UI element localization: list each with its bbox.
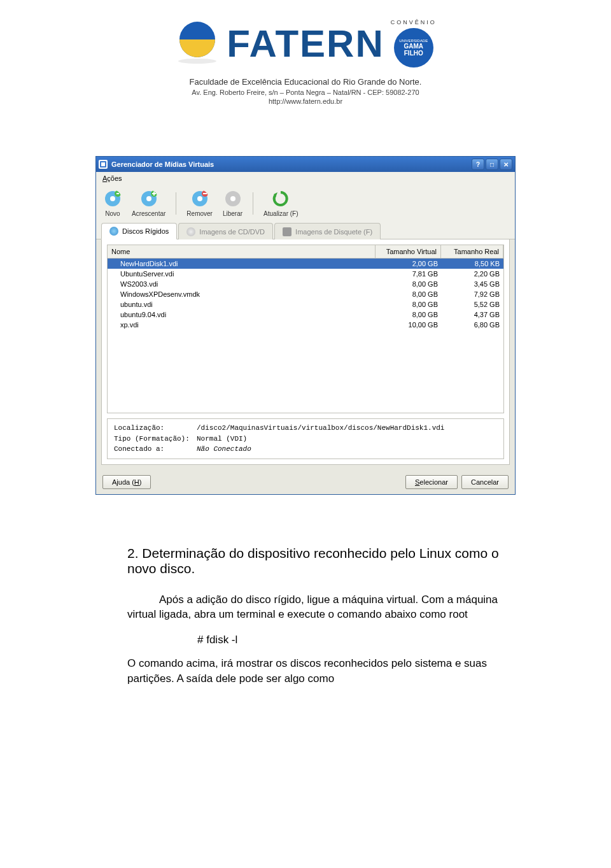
detail-type-label: Tipo (Formatação): <box>114 434 197 445</box>
detail-connected-label: Conectado a: <box>114 444 197 455</box>
list-body: NewHardDisk1.vdi2,00 GB8,50 KBUbuntuServ… <box>108 259 503 330</box>
paragraph-2: O comando acima, irá mostrar os discos r… <box>127 656 522 687</box>
tab-content: Nome Tamanho Virtual Tamanho Real NewHar… <box>101 239 510 465</box>
select-button[interactable]: Selecionar <box>405 475 458 489</box>
svg-point-1 <box>178 59 216 64</box>
novo-button[interactable]: Novo <box>104 190 122 217</box>
svg-point-16 <box>230 196 235 201</box>
row-virtual-size: 8,00 GB <box>377 290 442 299</box>
row-virtual-size: 2,00 GB <box>377 259 442 268</box>
detail-type-value: Normal (VDI) <box>197 434 247 445</box>
header-subtitle: Faculdade de Excelência Educacional do R… <box>0 77 611 87</box>
media-manager-window: Gerenciador de Mídias Virtuais ? □ ✕ Açõ… <box>95 156 516 495</box>
row-real-size: 2,20 GB <box>442 269 503 278</box>
window-title: Gerenciador de Mídias Virtuais <box>111 160 468 168</box>
list-row[interactable]: NewHardDisk1.vdi2,00 GB8,50 KB <box>108 259 503 269</box>
virtualbox-screenshot: Gerenciador de Mídias Virtuais ? □ ✕ Açõ… <box>95 156 516 495</box>
list-row[interactable]: ubuntu9.04.vdi8,00 GB4,37 GB <box>108 309 503 320</box>
col-virtual-size-header[interactable]: Tamanho Virtual <box>376 245 441 258</box>
new-disk-icon <box>104 190 122 208</box>
row-virtual-size: 8,00 GB <box>377 300 442 309</box>
hard-disk-icon <box>109 227 118 236</box>
convenio-label: CONVÊNIO <box>391 19 437 25</box>
release-disk-icon <box>224 190 242 208</box>
svg-rect-14 <box>203 193 207 194</box>
document-letterhead: FATERN CONVÊNIO UNIVERSIDADE GAMA FILHO … <box>0 0 611 118</box>
toolbar: Novo Acrescentar Remover Liberar Atualiz… <box>96 185 515 222</box>
row-name: ubuntu.vdi <box>108 300 377 309</box>
tab-cd-dvd[interactable]: Imagens de CD/DVD <box>178 223 273 239</box>
disk-listview[interactable]: Nome Tamanho Virtual Tamanho Real NewHar… <box>107 245 504 413</box>
row-name: WindowsXPDesenv.vmdk <box>108 290 377 299</box>
fatern-sphere-icon <box>174 20 220 66</box>
maximize-button[interactable]: □ <box>486 159 498 170</box>
add-disk-icon <box>140 190 158 208</box>
section-heading: 2. Determinação do dispositivo reconheci… <box>127 546 522 576</box>
document-body: 2. Determinação do dispositivo reconheci… <box>0 520 611 736</box>
svg-rect-7 <box>116 193 119 194</box>
row-virtual-size: 8,00 GB <box>377 310 442 319</box>
detail-location-label: Localização: <box>114 423 197 434</box>
list-row[interactable]: UbuntuServer.vdi7,81 GB2,20 GB <box>108 269 503 279</box>
row-name: NewHardDisk1.vdi <box>108 259 377 268</box>
row-name: xp.vdi <box>108 320 377 329</box>
list-row[interactable]: WS2003.vdi8,00 GB3,45 GB <box>108 279 503 289</box>
row-virtual-size: 10,00 GB <box>377 320 442 329</box>
window-title-buttons: ? □ ✕ <box>472 159 512 170</box>
fatern-logo-text: FATERN <box>227 22 384 66</box>
header-address: Av. Eng. Roberto Freire, s/n – Ponta Neg… <box>0 89 611 96</box>
close-button[interactable]: ✕ <box>500 159 512 170</box>
remove-disk-icon <box>191 190 209 208</box>
list-row[interactable]: WindowsXPDesenv.vmdk8,00 GB7,92 GB <box>108 289 503 299</box>
window-titlebar: Gerenciador de Mídias Virtuais ? □ ✕ <box>96 157 515 172</box>
row-name: UbuntuServer.vdi <box>108 269 377 278</box>
liberar-button[interactable]: Liberar <box>223 190 242 217</box>
paragraph-1: Após a adição do disco rígido, ligue a m… <box>127 592 522 623</box>
row-name: WS2003.vdi <box>108 280 377 288</box>
atualizar-button[interactable]: Atualizar (F) <box>263 190 298 217</box>
svg-point-9 <box>146 196 151 201</box>
list-row[interactable]: ubuntu.vdi8,00 GB5,52 GB <box>108 299 503 309</box>
menubar: Ações <box>96 172 515 185</box>
logo-row: FATERN CONVÊNIO UNIVERSIDADE GAMA FILHO <box>0 19 611 68</box>
cancel-button[interactable]: Cancelar <box>461 475 509 489</box>
tab-floppy[interactable]: Imagens de Disquete (F) <box>274 223 381 239</box>
row-real-size: 6,80 GB <box>442 320 503 329</box>
row-virtual-size: 7,81 GB <box>377 269 442 278</box>
col-real-size-header[interactable]: Tamanho Real <box>441 245 503 258</box>
row-real-size: 4,37 GB <box>442 310 503 319</box>
media-tabs: Discos Rígidos Imagens de CD/DVD Imagens… <box>96 222 515 239</box>
convenio-block: CONVÊNIO UNIVERSIDADE GAMA FILHO <box>391 19 437 68</box>
help-button[interactable]: Ajuda (H) <box>102 475 151 489</box>
svg-point-5 <box>110 196 115 201</box>
dialog-buttons: Ajuda (H) Selecionar Cancelar <box>96 470 515 494</box>
toolbar-separator <box>176 192 176 215</box>
floppy-icon <box>283 227 291 236</box>
header-url: http://www.fatern.edu.br <box>0 97 611 105</box>
app-icon <box>99 160 108 169</box>
detail-location-value: /disco2/MaquinasVirtuais/virtualbox/disc… <box>197 423 444 434</box>
row-real-size: 7,92 GB <box>442 290 503 299</box>
list-header: Nome Tamanho Virtual Tamanho Real <box>108 245 503 259</box>
row-virtual-size: 8,00 GB <box>377 280 442 288</box>
remover-button[interactable]: Remover <box>186 190 213 217</box>
help-button[interactable]: ? <box>472 159 484 170</box>
row-real-size: 8,50 KB <box>442 259 503 268</box>
gama-filho-badge-icon: UNIVERSIDADE GAMA FILHO <box>394 28 433 68</box>
list-empty-area <box>108 330 503 413</box>
row-name: ubuntu9.04.vdi <box>108 310 377 319</box>
cd-dvd-icon <box>186 227 195 236</box>
menu-acoes[interactable]: Ações <box>100 173 125 183</box>
svg-point-12 <box>197 196 202 201</box>
col-name-header[interactable]: Nome <box>108 245 376 258</box>
refresh-icon <box>272 190 290 208</box>
acrescentar-button[interactable]: Acrescentar <box>132 190 165 217</box>
list-row[interactable]: xp.vdi10,00 GB6,80 GB <box>108 320 503 330</box>
disk-details: Localização: /disco2/MaquinasVirtuais/vi… <box>107 418 504 459</box>
toolbar-separator <box>253 192 253 215</box>
row-real-size: 3,45 GB <box>442 280 503 288</box>
row-real-size: 5,52 GB <box>442 300 503 309</box>
tab-hard-disks[interactable]: Discos Rígidos <box>101 223 177 239</box>
detail-connected-value: Não Conectado <box>197 444 251 455</box>
svg-rect-3 <box>101 162 105 166</box>
